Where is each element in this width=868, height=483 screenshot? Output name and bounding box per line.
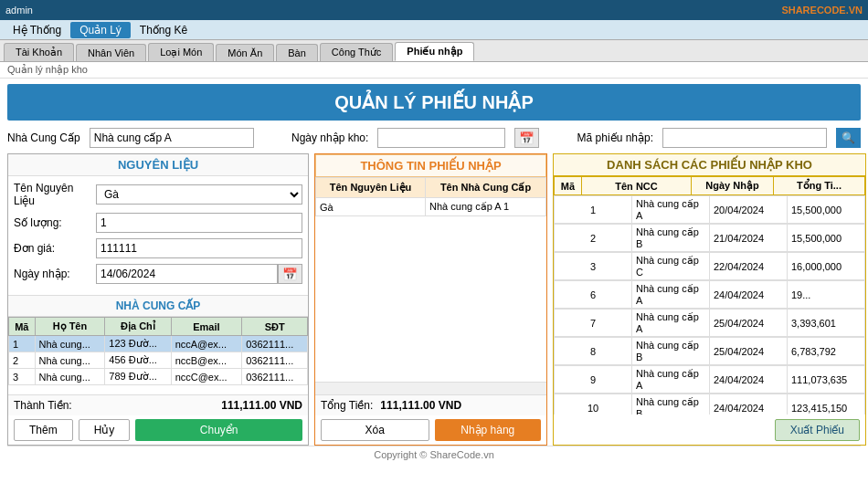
mid-cell-ten-ngl: Gà xyxy=(316,198,426,216)
right-row[interactable]: 6 Nhà cung cấp A 24/04/2024 19... xyxy=(554,280,865,309)
ncc-cell-ma: 1 xyxy=(9,336,36,352)
right-cell-ma: 7 xyxy=(555,310,632,337)
ncc-row[interactable]: 2 Nhà cung... 456 Đườ... nccB@ex... 0362… xyxy=(9,352,308,369)
right-cell-ngay-nhap: 22/04/2024 xyxy=(710,253,788,280)
so-luong-label: Số lượng: xyxy=(14,216,96,229)
menu-bar: Hệ Thống Quản Lý Thống Kê xyxy=(0,20,868,40)
right-cell-tong-tien: 19... xyxy=(788,281,865,309)
tab-tai-khoan[interactable]: Tài Khoản xyxy=(4,43,74,61)
ten-ngl-label: Tên Nguyên Liệu xyxy=(14,182,96,207)
mid-row[interactable]: Gà Nhà cung cấp A 1 xyxy=(316,198,546,216)
right-col-ngay-nhap: Ngày Nhập xyxy=(692,177,774,195)
right-row[interactable]: 2 Nhà cung cấp B 21/04/2024 15,500,000 xyxy=(554,224,865,252)
breadcrumb: Quản lý nhập kho xyxy=(0,62,868,79)
panels: NGUYÊN LIỆU Tên Nguyên Liệu Gà Số lượng:… xyxy=(7,153,861,446)
right-cell-ma: 9 xyxy=(555,366,632,394)
right-cell-tong-tien: 16,000,000 xyxy=(788,253,865,280)
huy-button[interactable]: Hủy xyxy=(79,419,131,441)
xoa-button[interactable]: Xóa xyxy=(321,419,429,441)
tab-nhan-vien[interactable]: Nhân Viên xyxy=(76,44,146,61)
right-cell-ma: 10 xyxy=(555,394,632,415)
ncc-cell-diachi: 123 Đườ... xyxy=(105,336,171,352)
don-gia-input[interactable] xyxy=(96,238,302,258)
right-cell-ngay-nhap: 21/04/2024 xyxy=(710,225,788,252)
menu-he-thong[interactable]: Hệ Thống xyxy=(4,22,70,38)
tong-tien-label: Tổng Tiền: xyxy=(321,399,373,412)
mid-btn-row: Xóa Nhập hàng xyxy=(315,415,546,445)
right-cell-tong-tien: 15,500,000 xyxy=(788,225,865,252)
right-cell-ngay-nhap: 24/04/2024 xyxy=(710,366,788,394)
calendar-button[interactable]: 📅 xyxy=(514,128,539,148)
ma-phieu-input[interactable] xyxy=(662,128,827,148)
right-col-tong-tien: Tổng Ti... xyxy=(774,177,865,195)
mid-table: Tên Nguyên Liệu Tên Nhà Cung Cấp Gà Nhà … xyxy=(315,177,546,216)
right-row[interactable]: 8 Nhà cung cấp B 25/04/2024 6,783,792 xyxy=(554,337,865,365)
right-scroll: Mã Tên NCC Ngày Nhập Tổng Ti... 1 Nhà cu… xyxy=(554,176,865,415)
right-cell-ten-ncc: Nhà cung cấp B xyxy=(632,338,710,365)
right-cell-ten-ncc: Nhà cung cấp A xyxy=(632,196,710,224)
chuyen-button[interactable]: Chuyển xyxy=(135,419,302,441)
thanh-tien-label: Thành Tiền: xyxy=(14,399,72,412)
ncc-col-sdt: SĐT xyxy=(242,318,308,336)
search-button[interactable]: 🔍 xyxy=(836,128,861,148)
ncc-cell-hoten: Nhà cung... xyxy=(35,336,105,352)
right-cell-tong-tien: 6,783,792 xyxy=(788,338,865,365)
right-cell-ngay-nhap: 20/04/2024 xyxy=(710,196,788,224)
right-cell-ma: 1 xyxy=(555,196,632,224)
menu-quan-ly[interactable]: Quản Lý xyxy=(70,22,131,38)
tong-tien-row: Tổng Tiền: 111,111.00 VND xyxy=(315,394,546,415)
don-gia-label: Đơn giá: xyxy=(14,242,96,255)
them-button[interactable]: Thêm xyxy=(14,419,73,441)
ngay-nhap-input[interactable] xyxy=(377,128,505,148)
ngay-nhap-nl-label: Ngày nhập: xyxy=(14,268,96,280)
right-row[interactable]: 9 Nhà cung cấp A 24/04/2024 111,073,635 xyxy=(554,365,865,394)
right-cell-ten-ncc: Nhà cung cấp A xyxy=(632,281,710,309)
ten-ngl-select[interactable]: Gà xyxy=(96,184,302,205)
menu-thong-ke[interactable]: Thống Kê xyxy=(131,22,196,38)
so-luong-input[interactable] xyxy=(96,213,302,233)
tab-cong-thuc[interactable]: Công Thức xyxy=(320,43,394,61)
nl-calendar-button[interactable]: 📅 xyxy=(278,264,302,284)
right-cell-ten-ncc: Nhà cung cấp C xyxy=(632,253,710,280)
right-cell-ngay-nhap: 24/04/2024 xyxy=(710,281,788,309)
tab-loai-mon[interactable]: Loại Món xyxy=(148,43,214,61)
mid-table-wrap: Tên Nguyên Liệu Tên Nhà Cung Cấp Gà Nhà … xyxy=(315,177,546,382)
ncc-col-hoten: Họ Tên xyxy=(35,318,105,336)
tab-phieu-nhap[interactable]: Phiếu nhập xyxy=(395,42,474,61)
right-row[interactable]: 7 Nhà cung cấp A 25/04/2024 3,393,601 xyxy=(554,309,865,337)
right-row[interactable]: 3 Nhà cung cấp C 22/04/2024 16,000,000 xyxy=(554,252,865,280)
title-user: admin xyxy=(5,5,33,16)
ncc-cell-diachi: 456 Đườ... xyxy=(105,352,171,369)
mid-hscroll[interactable] xyxy=(315,382,546,394)
thanh-tien-row: Thành Tiền: 111,111.00 VND xyxy=(8,394,308,415)
ncc-col-diachi: Địa Chỉ xyxy=(105,318,171,336)
panel-thong-tin: THÔNG TIN PHIẾU NHẬP Tên Nguyên Liệu Tên… xyxy=(314,153,547,446)
ngay-nhap-nl-input[interactable] xyxy=(96,264,278,284)
tab-bar: Tài Khoản Nhân Viên Loại Món Món Ăn Bàn … xyxy=(0,40,868,62)
right-cell-tong-tien: 123,415,150 xyxy=(788,394,865,415)
right-row[interactable]: 10 Nhà cung cấp B 24/04/2024 123,415,150 xyxy=(554,394,865,415)
right-cell-ten-ncc: Nhà cung cấp B xyxy=(632,225,710,252)
tab-mon-an[interactable]: Món Ăn xyxy=(216,44,274,61)
ncc-row[interactable]: 3 Nhà cung... 789 Đườ... nccC@ex... 0362… xyxy=(9,369,308,385)
tab-ban[interactable]: Bàn xyxy=(276,44,318,61)
right-row[interactable]: 1 Nhà cung cấp A 20/04/2024 15,500,000 xyxy=(554,195,865,224)
right-cell-ma: 3 xyxy=(555,253,632,280)
xuat-phieu-button[interactable]: Xuất Phiếu xyxy=(775,419,860,441)
ncc-cell-sdt: 0362111... xyxy=(242,352,308,369)
nguyen-lieu-title: NGUYÊN LIỆU xyxy=(8,154,308,176)
ncc-cell-hoten: Nhà cung... xyxy=(35,352,105,369)
left-btn-row: Thêm Hủy Chuyển xyxy=(8,415,308,445)
nhap-hang-button[interactable]: Nhập hàng xyxy=(435,419,542,441)
mid-col-ten-ngl: Tên Nguyên Liệu xyxy=(316,178,426,198)
ncc-row[interactable]: 1 Nhà cung... 123 Đườ... nccA@ex... 0362… xyxy=(9,336,308,352)
breadcrumb-text: Quản lý nhập kho xyxy=(7,64,88,75)
ncc-cell-sdt: 0362111... xyxy=(242,336,308,352)
right-cell-tong-tien: 15,500,000 xyxy=(788,196,865,224)
ncc-cell-ma: 2 xyxy=(9,352,36,369)
right-col-ten-ncc: Tên NCC xyxy=(582,177,692,195)
mid-col-ten-ncc: Tên Nhà Cung Cấp xyxy=(426,178,546,198)
ncc-cell-email: nccA@ex... xyxy=(171,336,242,352)
nha-cung-cap-input[interactable] xyxy=(90,128,254,148)
right-cell-ten-ncc: Nhà cung cấp B xyxy=(632,394,710,415)
